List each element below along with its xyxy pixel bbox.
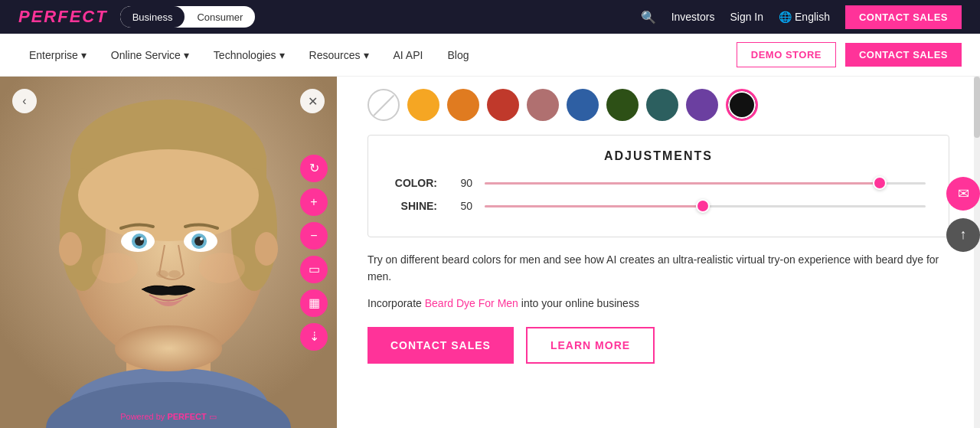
- nav-blog-label: Blog: [447, 49, 469, 61]
- swatch-black[interactable]: [726, 89, 758, 121]
- cta-buttons: CONTACT SALES LEARN MORE: [368, 327, 949, 364]
- reset-tool-button[interactable]: ↻: [300, 155, 328, 182]
- swatch-purple[interactable]: [686, 89, 718, 121]
- shine-slider-row: SHINE: 50: [391, 200, 926, 212]
- nav-ai-api-label: AI API: [394, 49, 423, 61]
- description-suffix: into your online business: [521, 297, 639, 309]
- svg-point-23: [92, 253, 138, 283]
- description-prefix: Incorporate: [368, 297, 422, 309]
- main-content: ‹ ✕ ↻ + − ▭ ▦ ⇣ Powered by PERFECT ▭: [0, 77, 980, 428]
- svg-point-22: [115, 325, 222, 371]
- external-link-icon: ▭: [209, 412, 217, 421]
- face-image: [0, 77, 337, 428]
- floating-actions: ✉ ↑: [946, 177, 980, 252]
- close-button[interactable]: ✕: [300, 89, 325, 113]
- svg-point-13: [140, 237, 143, 240]
- nav-ai-api[interactable]: AI API: [383, 43, 434, 67]
- crop-tool-button[interactable]: ▭: [300, 256, 328, 283]
- nav-resources-label: Resources: [309, 49, 361, 61]
- shine-slider-fill: [485, 205, 705, 207]
- swatch-red[interactable]: [487, 89, 519, 121]
- adjustments-panel: ADJUSTMENTS COLOR: 90 SHINE: 50: [368, 135, 949, 237]
- description-text-2: Incorporate Beard Dye For Men into your …: [368, 295, 949, 312]
- download-tool-button[interactable]: ⇣: [300, 323, 328, 351]
- top-bar-right: 🔍 Investors Sign In 🌐 English CONTACT SA…: [641, 5, 962, 29]
- up-arrow-icon: ↑: [960, 227, 967, 243]
- shine-slider-thumb[interactable]: [696, 199, 710, 213]
- mode-toggle: Business Consumer: [120, 6, 256, 28]
- swatch-mauve[interactable]: [527, 89, 559, 121]
- language-label: English: [795, 11, 830, 23]
- svg-point-24: [199, 253, 245, 283]
- shine-value: 50: [449, 200, 472, 212]
- nav-bar: Enterprise ▾ Online Service ▾ Technologi…: [0, 34, 980, 77]
- scrollbar[interactable]: [974, 77, 980, 428]
- swatch-orange[interactable]: [447, 89, 479, 121]
- plus-tool-button[interactable]: +: [300, 188, 328, 216]
- swatch-none[interactable]: [368, 89, 400, 121]
- grid-tool-button[interactable]: ▦: [300, 289, 328, 317]
- powered-by-prefix: Powered by: [120, 412, 165, 421]
- business-toggle[interactable]: Business: [120, 6, 185, 28]
- consumer-toggle[interactable]: Consumer: [185, 6, 255, 28]
- nav-technologies-label: Technologies: [214, 49, 276, 61]
- signin-link[interactable]: Sign In: [730, 11, 763, 23]
- description-text-1: Try on different beard colors for men an…: [368, 251, 949, 286]
- powered-by: Powered by PERFECT ▭: [120, 412, 217, 422]
- prev-photo-button[interactable]: ‹: [12, 89, 37, 113]
- top-bar-left: PERFECT Business Consumer: [18, 6, 255, 28]
- right-panel: ADJUSTMENTS COLOR: 90 SHINE: 50: [337, 77, 980, 428]
- nav-blog[interactable]: Blog: [436, 43, 479, 67]
- color-slider-fill: [485, 182, 881, 185]
- chevron-down-icon-3: ▾: [279, 49, 285, 61]
- scroll-thumb[interactable]: [974, 77, 980, 138]
- photo-area: [0, 77, 337, 428]
- svg-point-17: [200, 237, 203, 240]
- nav-online-service-label: Online Service: [111, 49, 181, 61]
- nav-resources[interactable]: Resources ▾: [299, 43, 380, 67]
- color-slider-thumb[interactable]: [873, 176, 887, 190]
- chevron-down-icon-4: ▾: [364, 49, 369, 61]
- contact-sales-nav-button[interactable]: CONTACT SALES: [845, 43, 962, 67]
- search-icon[interactable]: 🔍: [641, 10, 656, 25]
- adjustments-title: ADJUSTMENTS: [391, 149, 926, 163]
- color-slider-track[interactable]: [485, 182, 926, 185]
- learn-more-button[interactable]: LEARN MORE: [526, 327, 655, 364]
- demo-store-button[interactable]: DEMO STORE: [737, 42, 836, 67]
- nav-enterprise-label: Enterprise: [29, 49, 78, 61]
- color-slider-row: COLOR: 90: [391, 177, 926, 189]
- nav-right: DEMO STORE CONTACT SALES: [737, 42, 962, 67]
- side-tools: ↻ + − ▭ ▦ ⇣: [300, 155, 328, 351]
- top-bar: PERFECT Business Consumer 🔍 Investors Si…: [0, 0, 980, 34]
- color-value: 90: [449, 177, 472, 189]
- email-float-button[interactable]: ✉: [946, 177, 980, 211]
- beard-dye-link[interactable]: Beard Dye For Men: [425, 297, 518, 309]
- svg-point-9: [78, 149, 259, 241]
- minus-tool-button[interactable]: −: [300, 222, 328, 250]
- contact-sales-top-button[interactable]: CONTACT SALES: [845, 5, 962, 29]
- svg-point-20: [59, 232, 82, 266]
- chevron-down-icon-2: ▾: [184, 49, 189, 61]
- color-label: COLOR:: [391, 177, 437, 189]
- nav-enterprise[interactable]: Enterprise ▾: [18, 43, 97, 67]
- swatch-teal[interactable]: [646, 89, 678, 121]
- language-selector[interactable]: 🌐 English: [779, 11, 830, 23]
- svg-point-18: [156, 270, 168, 278]
- svg-point-19: [168, 270, 181, 278]
- shine-slider-track[interactable]: [485, 205, 926, 207]
- logo: PERFECT: [18, 7, 108, 27]
- powered-by-brand: PERFECT: [167, 412, 206, 421]
- swatch-dark-green[interactable]: [606, 89, 639, 121]
- shine-label: SHINE:: [391, 200, 437, 212]
- photo-panel: ‹ ✕ ↻ + − ▭ ▦ ⇣ Powered by PERFECT ▭: [0, 77, 337, 428]
- nav-left: Enterprise ▾ Online Service ▾ Technologi…: [18, 43, 479, 67]
- swatch-blue[interactable]: [567, 89, 599, 121]
- nav-technologies[interactable]: Technologies ▾: [203, 43, 296, 67]
- scroll-up-float-button[interactable]: ↑: [946, 218, 980, 252]
- nav-online-service[interactable]: Online Service ▾: [100, 43, 200, 67]
- swatch-amber[interactable]: [407, 89, 439, 121]
- investors-link[interactable]: Investors: [671, 11, 715, 23]
- color-swatches: [368, 89, 949, 121]
- contact-sales-button[interactable]: CONTACT SALES: [368, 327, 514, 364]
- chevron-down-icon: ▾: [81, 49, 87, 61]
